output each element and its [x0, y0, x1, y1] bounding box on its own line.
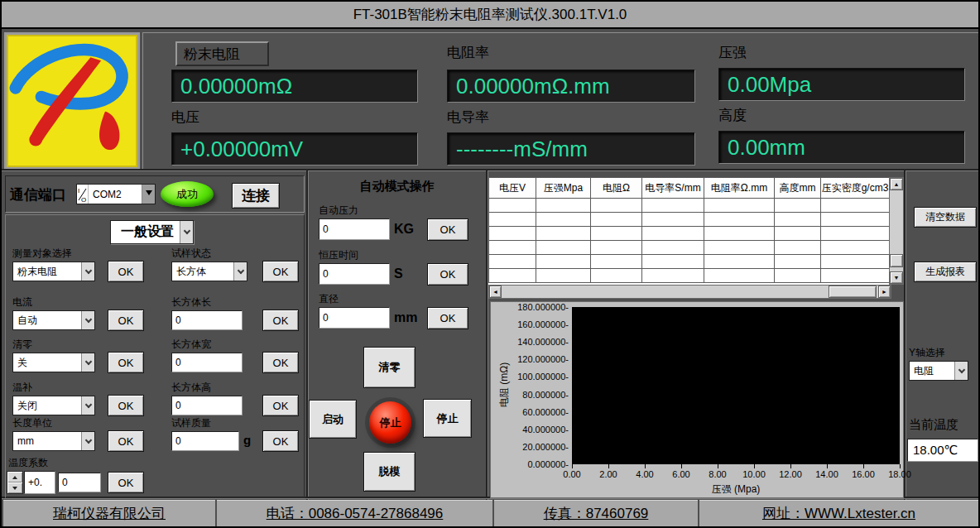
zero-button[interactable]: 清零 [363, 347, 416, 388]
sample-state-select[interactable]: 长方体 [171, 262, 247, 281]
scroll-left-icon[interactable]: ◄ [489, 286, 502, 298]
temp-comp-arrow-icon [81, 396, 94, 415]
hold-time-unit: S [394, 266, 403, 281]
tab-powder-resistance[interactable]: 粉末电阻 [175, 41, 269, 66]
length-unit-ok-button[interactable]: OK [108, 430, 144, 452]
auto-pressure-ok-button[interactable]: OK [427, 218, 468, 241]
length-unit-select[interactable]: mm [12, 431, 95, 451]
horizontal-scroll-thumb[interactable] [829, 286, 877, 298]
y-axis-arrow-icon [954, 362, 968, 380]
diameter-field[interactable] [319, 307, 390, 329]
com-port-dropdown-arrow-icon[interactable] [142, 185, 155, 204]
temp-coeff-value-field[interactable] [58, 473, 101, 492]
col-voltage: 电压V [489, 178, 536, 199]
temp-coeff-spinner[interactable] [7, 471, 23, 494]
temp-coeff-ok-button[interactable]: OK [108, 472, 144, 493]
y-axis-select[interactable]: 电阻 [909, 361, 968, 381]
settings-mode-select[interactable]: 一般设置 [110, 220, 194, 244]
x-tick: 0.00 [554, 469, 590, 480]
emergency-stop-label: 停止 [380, 415, 401, 430]
temp-comp-select[interactable]: 关闭 [12, 396, 95, 415]
temp-comp-label: 温补 [12, 381, 32, 395]
chart-x-ticks: 0.00 2.00 4.00 6.00 8.00 10.00 12.00 14.… [554, 469, 918, 480]
hold-time-ok-button[interactable]: OK [427, 263, 468, 286]
voltage-label: 电压 [171, 108, 199, 127]
measure-object-ok-button[interactable]: OK [108, 261, 144, 282]
y-tick: 160.000000 [497, 319, 569, 329]
clear-data-button[interactable]: 清空数据 [914, 207, 977, 228]
voltage-value: +0.00000mV [180, 137, 303, 162]
vertical-scroll-thumb[interactable] [890, 254, 903, 267]
x-tick: 10.00 [736, 469, 772, 480]
hold-time-field[interactable] [319, 263, 390, 285]
scroll-up-icon[interactable]: ▲ [890, 178, 903, 190]
col-resistivity: 电阻率Ω.mm [704, 178, 775, 199]
svg-text:O: O [81, 196, 86, 203]
sample-mass-field[interactable] [171, 431, 239, 451]
divider-top [2, 169, 978, 170]
start-button[interactable]: 启动 [309, 400, 357, 439]
height-value: 0.00mm [728, 135, 805, 161]
col-density: 压实密度g/cm3 [821, 178, 890, 199]
com-port-select[interactable]: IO COM2 [76, 184, 156, 204]
footer-website-link[interactable]: 网址：WWW.Lxtester.cn [699, 500, 978, 526]
conductivity-display: --------mS/mm [447, 132, 695, 166]
table-row [489, 199, 890, 213]
comm-port-label: 通信端口 [10, 185, 66, 204]
scroll-right-icon[interactable]: ► [878, 286, 891, 298]
measure-object-select[interactable]: 粉末电阻 [12, 262, 95, 281]
spinner-up-icon[interactable] [7, 472, 22, 482]
table-row [489, 213, 890, 227]
temp-coeff-label: 温度系数 [8, 456, 48, 470]
sample-mass-ok-button[interactable]: OK [262, 430, 299, 452]
col-conductivity: 电导率S/mm [642, 178, 704, 199]
conductivity-value: --------mS/mm [456, 137, 588, 162]
auto-pressure-field[interactable] [319, 218, 390, 240]
y-tick: 120.000000 [497, 354, 569, 364]
emergency-stop-button[interactable]: 停止 [369, 401, 411, 444]
io-icon: IO [77, 185, 89, 204]
spinner-down-icon[interactable] [7, 482, 22, 493]
sample-mass-unit: g [243, 433, 251, 447]
scroll-down-icon[interactable]: ▼ [890, 271, 903, 284]
y-tick: 40.000000 [497, 425, 569, 434]
temp-comp-ok-button[interactable]: OK [108, 395, 144, 416]
y-tick: 20.000000 [497, 442, 569, 452]
table-horizontal-scrollbar[interactable]: ◄ ► [488, 285, 891, 299]
stop-button[interactable]: 停止 [423, 399, 472, 438]
resistance-display: 0.00000mΩ [171, 70, 418, 103]
cuboid-height-ok-button[interactable]: OK [262, 395, 299, 416]
connect-button[interactable]: 连接 [232, 183, 280, 209]
cuboid-width-field[interactable] [171, 353, 243, 372]
title-bar: FT-301B智能粉末电阻率测试仪.300.1T.V1.0 [2, 2, 978, 29]
zeroing-ok-button[interactable]: OK [108, 352, 144, 373]
diameter-ok-button[interactable]: OK [427, 307, 468, 329]
demold-button[interactable]: 脱模 [363, 452, 416, 492]
footer-phone: 电话：0086-0574-27868496 [217, 500, 492, 526]
y-tick: 80.000000 [497, 390, 569, 400]
cuboid-height-field[interactable] [171, 396, 243, 415]
current-select[interactable]: 自动 [12, 310, 95, 330]
sample-state-ok-button[interactable]: OK [262, 261, 299, 282]
y-axis-select-value: 电阻 [910, 362, 954, 380]
x-tick: 16.00 [845, 469, 882, 480]
cuboid-width-ok-button[interactable]: OK [262, 352, 299, 373]
current-ok-button[interactable]: OK [108, 310, 144, 331]
table-vertical-scrollbar[interactable]: ▲ ▼ [889, 177, 904, 285]
logo-r-icon [7, 35, 137, 164]
sample-mass-label: 试样质量 [171, 416, 211, 430]
col-pressure: 压强Mpa [536, 178, 591, 199]
auto-pressure-unit: KG [394, 222, 414, 237]
zeroing-select[interactable]: 关 [12, 353, 95, 372]
cuboid-length-field[interactable] [171, 310, 243, 330]
data-table[interactable]: 电压V 压强Mpa 电阻Ω 电导率S/mm 电阻率Ω.mm 高度mm 压实密度g… [488, 177, 889, 285]
generate-report-button[interactable]: 生成报表 [914, 262, 977, 282]
cuboid-height-label: 长方体高 [171, 381, 211, 395]
x-tick: 2.00 [590, 469, 627, 480]
divider-mid-right [486, 170, 488, 500]
hold-time-label: 恒压时间 [319, 248, 358, 262]
temp-coeff-spin-field[interactable] [24, 471, 55, 494]
x-tick: 12.00 [772, 469, 809, 480]
cuboid-length-ok-button[interactable]: OK [262, 310, 299, 331]
application-window: FT-301B智能粉末电阻率测试仪.300.1T.V1.0 粉末电阻 0.000… [0, 0, 980, 528]
